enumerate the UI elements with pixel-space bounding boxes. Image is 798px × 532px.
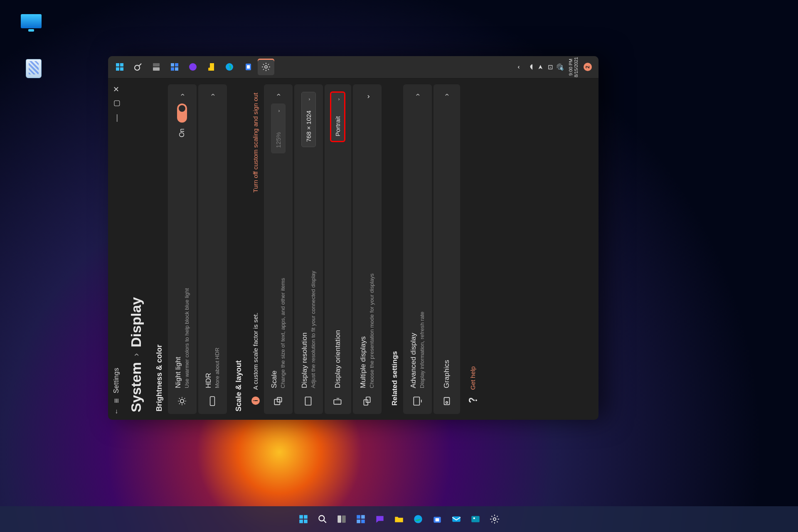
row-multiple-displays[interactable]: Multiple displays Choose the presentatio… xyxy=(353,84,382,414)
volume-icon[interactable]: 🔊 xyxy=(557,63,564,71)
row-graphics[interactable]: Graphics › xyxy=(433,84,460,414)
location-icon[interactable]: ➤ xyxy=(537,64,544,70)
host-file-explorer[interactable] xyxy=(392,512,406,527)
turn-off-custom-scaling-link[interactable]: Turn off custom scaling and sign out xyxy=(252,93,259,192)
task-view-button[interactable] xyxy=(148,59,165,76)
multiple-displays-icon xyxy=(362,396,372,406)
svg-rect-16 xyxy=(153,68,160,71)
chevron-right-icon[interactable]: › xyxy=(413,92,422,98)
svg-point-44 xyxy=(473,517,475,519)
file-explorer-button[interactable] xyxy=(203,59,219,76)
svg-rect-14 xyxy=(120,64,123,67)
night-light-icon xyxy=(177,396,187,406)
hdr-icon xyxy=(207,396,218,406)
edge-browser-button[interactable] xyxy=(221,59,238,76)
tray-chevron-icon[interactable]: ⌃ xyxy=(517,64,524,70)
scale-value: 125% xyxy=(275,132,282,148)
svg-rect-43 xyxy=(471,516,480,522)
store-button[interactable] xyxy=(239,59,256,76)
host-photos[interactable] xyxy=(468,512,483,527)
graphics-title: Graphics xyxy=(442,105,451,388)
desktop-icon-recycle-bin[interactable] xyxy=(15,59,52,78)
row-get-help[interactable]: ❔ Get help xyxy=(462,84,484,414)
svg-rect-20 xyxy=(175,68,178,71)
network-icon[interactable]: ⊡ xyxy=(547,64,554,70)
svg-point-0 xyxy=(180,399,184,403)
back-button[interactable]: ← xyxy=(113,408,120,415)
svg-rect-26 xyxy=(247,66,250,69)
row-custom-scale-warning: i A custom scale factor is set. Turn off… xyxy=(247,84,264,414)
svg-rect-17 xyxy=(153,64,160,67)
search-button[interactable] xyxy=(130,59,146,76)
section-related-settings: Related settings xyxy=(383,84,403,414)
host-taskbar xyxy=(0,506,798,532)
section-scale-layout: Scale & layout xyxy=(229,84,247,414)
window-titlebar: ← ≡ Settings — ▢ ✕ xyxy=(108,79,125,420)
onedrive-icon[interactable]: ☁ xyxy=(527,64,534,70)
host-widgets[interactable] xyxy=(353,512,368,527)
hdr-more-link[interactable]: More about HDR xyxy=(214,105,221,388)
chevron-right-icon[interactable]: › xyxy=(442,92,451,98)
resolution-title: Display resolution xyxy=(300,155,309,389)
row-resolution[interactable]: Display resolution Adjust the resolution… xyxy=(294,84,323,414)
svg-rect-8 xyxy=(414,397,420,405)
orientation-icon xyxy=(332,396,343,406)
maximize-button[interactable]: ▢ xyxy=(112,100,121,107)
scale-dropdown[interactable]: 125% ⌄ xyxy=(271,103,286,153)
close-button[interactable]: ✕ xyxy=(112,86,121,92)
system-clock[interactable]: 9:00 PM 8/15/2021 xyxy=(566,57,581,77)
row-hdr[interactable]: HDR More about HDR › xyxy=(198,84,227,414)
night-light-toggle[interactable] xyxy=(177,103,187,123)
monitor-icon xyxy=(21,14,42,28)
hamburger-menu[interactable]: ≡ xyxy=(112,398,121,403)
host-task-view[interactable] xyxy=(334,512,349,527)
row-scale[interactable]: Scale Change the size of text, apps, and… xyxy=(264,84,293,414)
breadcrumb-parent[interactable]: System xyxy=(128,362,144,412)
host-settings[interactable] xyxy=(487,512,502,527)
host-start-button[interactable] xyxy=(296,512,311,527)
orientation-dropdown[interactable]: Portrait ⌄ xyxy=(330,92,345,142)
row-advanced-display[interactable]: Advanced display Display information, re… xyxy=(403,84,432,414)
resolution-icon xyxy=(303,396,314,406)
recycle-bin-icon xyxy=(26,59,42,78)
svg-rect-36 xyxy=(361,515,365,519)
graphics-icon xyxy=(441,396,452,406)
resolution-dropdown[interactable]: 768 × 1024 ⌄ xyxy=(301,92,316,148)
chevron-right-icon[interactable]: › xyxy=(208,92,217,98)
orientation-title: Display orientation xyxy=(333,149,342,388)
taskbar-widgets[interactable] xyxy=(166,59,183,76)
settings-taskbar-button[interactable] xyxy=(258,59,274,76)
svg-rect-11 xyxy=(116,68,119,71)
taskbar-app-purple[interactable] xyxy=(185,59,201,76)
svg-rect-28 xyxy=(299,515,303,519)
row-night-light[interactable]: Night light Use warmer colors to help bl… xyxy=(168,84,197,414)
svg-rect-23 xyxy=(208,68,209,71)
svg-rect-3 xyxy=(277,397,282,402)
svg-rect-5 xyxy=(334,400,341,404)
chevron-down-icon[interactable]: ⌄ xyxy=(362,92,372,101)
notification-badge[interactable]: 2 xyxy=(584,63,592,71)
help-icon: ❔ xyxy=(468,396,478,405)
hdr-title: HDR xyxy=(204,105,213,388)
multiple-displays-title: Multiple displays xyxy=(359,109,368,388)
host-mail[interactable] xyxy=(449,512,464,527)
minimize-button[interactable]: — xyxy=(112,114,121,122)
scale-sub: Change the size of text, apps, and other… xyxy=(280,161,287,388)
settings-window: ← ≡ Settings — ▢ ✕ System › Display Brig… xyxy=(108,56,598,420)
chevron-right-icon[interactable]: › xyxy=(274,92,283,98)
row-orientation[interactable]: Display orientation Portrait ⌄ xyxy=(325,84,351,414)
svg-point-24 xyxy=(226,64,233,71)
svg-rect-30 xyxy=(299,520,303,523)
desktop-icon-this-pc[interactable] xyxy=(12,14,50,28)
chevron-right-icon[interactable]: › xyxy=(178,92,187,98)
host-edge[interactable] xyxy=(411,512,426,527)
get-help-link[interactable]: Get help xyxy=(469,366,476,390)
start-button[interactable] xyxy=(111,59,128,76)
host-search-button[interactable] xyxy=(315,512,330,527)
host-chat[interactable] xyxy=(372,512,387,527)
multiple-displays-sub: Choose the presentation mode for your di… xyxy=(369,109,376,388)
svg-rect-33 xyxy=(337,515,341,522)
host-store[interactable] xyxy=(430,512,445,527)
scale-icon xyxy=(273,396,283,406)
section-brightness-color: Brightness & color xyxy=(149,79,168,420)
